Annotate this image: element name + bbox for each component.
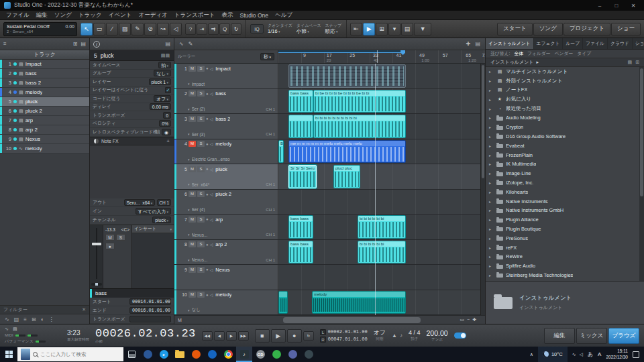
weather-widget[interactable]: 10°C: [538, 347, 568, 362]
layout-icon[interactable]: ▤: [475, 41, 480, 47]
track-filter-bar[interactable]: フィルター ✕: [0, 305, 89, 314]
line-app-icon[interactable]: [268, 347, 284, 362]
blue-app-icon[interactable]: [204, 347, 220, 362]
menu-item-4[interactable]: トラック: [75, 11, 105, 19]
keys-icon[interactable]: ▤: [13, 326, 17, 332]
mute-button[interactable]: M: [105, 234, 115, 241]
record-arm-icon[interactable]: ●: [206, 267, 209, 272]
discord-app-icon[interactable]: [284, 347, 301, 362]
instrument-name[interactable]: Ser (2): [192, 107, 264, 111]
listen-tool-button[interactable]: ◁: [170, 23, 182, 36]
browser-tab-5[interactable]: クラウド: [608, 38, 633, 49]
info-icon[interactable]: i: [93, 41, 100, 48]
expand-caret-icon[interactable]: ▸: [489, 190, 494, 194]
search-input[interactable]: [40, 351, 107, 357]
zoom-fit-button[interactable]: ▭: [460, 317, 464, 322]
expand-caret-icon[interactable]: ▸: [489, 78, 494, 83]
hamburger-menu-icon[interactable]: ≡: [3, 41, 7, 47]
expand-caret-icon[interactable]: ▸: [489, 115, 494, 120]
arrange-track-header-1[interactable]: 1MS●◁Impact▾Impact: [174, 64, 278, 88]
tree-item-11[interactable]: ▸IK Multimedia: [486, 160, 644, 169]
marker-track-label[interactable]: M: [178, 318, 182, 322]
tree-item-12[interactable]: ▸Image-Line: [486, 169, 644, 178]
event-row-value[interactable]: 00016.01.01.00: [129, 307, 171, 314]
clip-7-2[interactable]: bi bi bi bi bi bi: [358, 215, 406, 239]
expand-caret-icon[interactable]: ▸: [489, 236, 494, 241]
sort-option-1[interactable]: 全体: [514, 50, 523, 57]
expand-caret-icon[interactable]: ▸: [489, 199, 494, 204]
instrument-dropdown-icon[interactable]: ▾: [188, 158, 190, 162]
keyboard-icon[interactable]: ▤: [165, 41, 170, 47]
range-tool-button[interactable]: ▭: [93, 23, 105, 36]
inspector-row-value[interactable]: ◉: [162, 129, 171, 135]
expand-caret-icon[interactable]: ▸: [489, 69, 494, 74]
forward-button[interactable]: ▶: [226, 331, 237, 341]
mute-button[interactable]: M: [189, 267, 196, 273]
expand-caret-icon[interactable]: ▸: [489, 153, 494, 158]
monitor-icon[interactable]: ◁: [210, 66, 213, 71]
sort-option-2[interactable]: フォルダー: [527, 50, 551, 57]
grid-view-icon[interactable]: ⊞: [73, 41, 78, 47]
action-center-icon[interactable]: [633, 351, 639, 358]
layers-icon[interactable]: ◐: [41, 316, 44, 322]
taskbar-clock[interactable]: 15:11 2022/12/30: [606, 349, 628, 359]
grid-options-button[interactable]: ▾: [388, 23, 400, 36]
instrument-track-icon[interactable]: ▤: [14, 316, 19, 322]
monitor-icon[interactable]: ◁: [210, 192, 213, 196]
instrument-name[interactable]: Ser_x64*: [192, 182, 264, 187]
clip-area-9[interactable]: [278, 265, 485, 290]
menu-item-1[interactable]: ファイル: [3, 11, 33, 19]
volume-icon[interactable]: ◁: [580, 352, 583, 357]
clip-area-10[interactable]: melody: [278, 290, 485, 315]
mute-button[interactable]: M: [189, 166, 196, 172]
menu-item-10[interactable]: ヘルプ: [272, 11, 296, 19]
list-view-icon[interactable]: ▤: [628, 60, 633, 65]
expand-caret-icon[interactable]: ▸: [489, 263, 494, 268]
monitor-icon[interactable]: ◁: [210, 167, 213, 172]
instrument-dropdown-icon[interactable]: ▾: [188, 258, 190, 262]
expand-caret-icon[interactable]: ▸: [489, 107, 494, 111]
track-row-3[interactable]: 3▤bass 2: [0, 78, 89, 88]
solo-button[interactable]: S: [197, 267, 205, 273]
quantize-value[interactable]: 1/16: [268, 28, 292, 35]
tree-item-6[interactable]: ▸Audio Modeling: [486, 113, 644, 123]
arrange-track-header-3[interactable]: 3MS●◁bass 2▾Ser (3)CH 1: [174, 114, 278, 139]
clip-5-1[interactable]: Sr Sr Sr Seru: [288, 165, 317, 188]
menu-item-2[interactable]: 編集: [33, 11, 51, 19]
inspector-row-value[interactable]: pluck 1: [149, 78, 171, 85]
tile-view-icon[interactable]: ⊞: [635, 60, 639, 65]
position-unit[interactable]: 小節: [95, 340, 196, 344]
instrument-name[interactable]: Ser (3): [192, 132, 264, 137]
track-row-1[interactable]: 1▤Impact: [0, 60, 89, 69]
instrument-name[interactable]: Nexus...: [192, 257, 264, 262]
track-row-8[interactable]: 8▤arp 2: [0, 125, 89, 135]
tree-item-13[interactable]: ▸iZotope, Inc.: [486, 178, 644, 188]
expand-caret-icon[interactable]: ▸: [489, 273, 494, 278]
draw-icon[interactable]: ✎: [189, 41, 193, 47]
io-value[interactable]: Seru..._x64: [124, 199, 156, 206]
clip-area-5[interactable]: Sr Sr Sr Seruplucl pluc: [278, 164, 485, 189]
metronome-icon[interactable]: ▲: [392, 333, 397, 339]
record-arm-icon[interactable]: ●: [206, 192, 209, 196]
record-arm-button[interactable]: ●: [105, 243, 115, 249]
browser-tab-2[interactable]: エフェクト: [534, 38, 564, 49]
instrument-dropdown-icon[interactable]: ▾: [188, 208, 190, 212]
solo-button[interactable]: S: [197, 90, 205, 97]
folder-track-icon[interactable]: ⊞: [32, 316, 36, 322]
track-row-4[interactable]: 4▤melody: [0, 88, 89, 97]
solo-button[interactable]: S: [116, 234, 125, 241]
inspector-row-value[interactable]: 0.00 ms: [150, 103, 171, 110]
quantize-button[interactable]: Q: [219, 23, 230, 35]
expand-caret-icon[interactable]: ▸: [489, 254, 494, 259]
firefox-icon[interactable]: [188, 347, 204, 362]
play-button[interactable]: ▶: [271, 329, 286, 343]
split-tool-button[interactable]: ∕: [106, 23, 118, 36]
browser-scrollbar[interactable]: [639, 67, 644, 281]
zoom-in-button[interactable]: ✚: [472, 317, 476, 322]
wave-view-icon[interactable]: ∿: [179, 41, 184, 47]
tree-item-18[interactable]: ▸Plugin Boutique: [486, 225, 644, 234]
timebase-value[interactable]: 小節: [297, 28, 321, 35]
clip-4-1[interactable]: B: [278, 140, 284, 164]
browser-tab-6[interactable]: ショップ: [633, 38, 644, 49]
task-view-icon[interactable]: [123, 347, 140, 362]
